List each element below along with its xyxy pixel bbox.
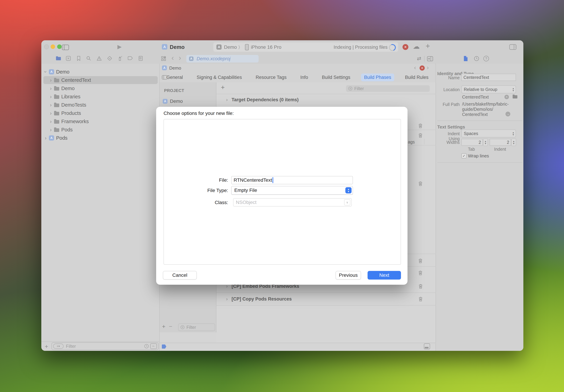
test-navigator-icon[interactable] (107, 56, 112, 61)
file-type-popup[interactable]: Empty File ▴▾ (231, 186, 353, 195)
zoom-button[interactable] (57, 44, 62, 49)
recent-files-icon[interactable] (144, 344, 149, 349)
indent-width-field[interactable]: 2 (490, 139, 511, 146)
tab-info[interactable]: Info (297, 73, 311, 81)
disclosure-icon[interactable]: › (43, 70, 49, 74)
toggle-inspector-icon[interactable] (509, 44, 517, 50)
delete-phase-icon[interactable] (418, 133, 423, 138)
sidebar-item-demotests[interactable]: › DemoTests (43, 101, 158, 109)
previous-button[interactable]: Previous (336, 271, 361, 280)
close-button[interactable] (44, 44, 49, 49)
toggle-bottom-bar-icon[interactable] (424, 343, 430, 349)
target-dependencies-row[interactable]: › Target Dependencies (0 items) (216, 94, 435, 106)
tab-width-value: 2 (479, 140, 481, 145)
issue-badge[interactable]: × (420, 65, 425, 71)
bookmark-navigator-icon[interactable] (76, 56, 81, 61)
delete-phase-icon[interactable] (418, 283, 423, 289)
disclosure-icon[interactable]: › (225, 97, 229, 102)
tab-width-field[interactable]: 2 (461, 139, 483, 146)
report-navigator-icon[interactable] (138, 56, 143, 61)
run-button[interactable]: ▶ (117, 43, 122, 50)
sidebar-item-pods-root[interactable]: › A Pods (43, 134, 158, 142)
add-build-phase-button[interactable]: + (221, 84, 225, 91)
cancel-button[interactable]: Cancel (163, 271, 197, 280)
help-inspector-icon[interactable]: ? (483, 56, 489, 61)
disclosure-icon[interactable]: › (225, 296, 229, 302)
add-editor-icon[interactable] (426, 56, 434, 61)
debug-navigator-icon[interactable] (117, 56, 123, 61)
combo-chevron-icon[interactable]: ∨ (344, 199, 350, 206)
tab-build-phases[interactable]: Build Phases (361, 73, 394, 81)
sidebar-item-libraries[interactable]: › Libraries (43, 93, 158, 101)
swap-editor-icon[interactable]: ⇄ (417, 56, 421, 61)
delete-phase-icon[interactable] (418, 258, 423, 264)
delete-phase-icon[interactable] (418, 123, 423, 128)
sidebar-item-products[interactable]: › Products (43, 109, 158, 117)
delete-phase-icon[interactable] (418, 270, 423, 276)
remove-target-button[interactable]: − (169, 323, 172, 330)
indent-using-popup[interactable]: Spaces ▴▾ (461, 129, 516, 138)
delete-phase-icon[interactable] (418, 181, 423, 186)
phases-filter-field[interactable]: Filter (346, 85, 430, 92)
disclosure-icon[interactable]: › (49, 102, 53, 108)
targets-filter-field[interactable]: Filter (178, 323, 215, 331)
project-navigator-icon[interactable] (56, 56, 61, 61)
sidebar-item-centeredtext[interactable]: › CenteredText (43, 76, 158, 84)
class-combo[interactable]: NSObject ∨ (233, 198, 352, 207)
clear-location-icon[interactable]: × (504, 95, 509, 99)
sidebar-item-demo-group[interactable]: › Demo (43, 84, 158, 92)
disclosure-icon[interactable]: › (49, 110, 53, 116)
next-button[interactable]: Next (368, 271, 401, 280)
disclosure-icon[interactable]: › (49, 77, 53, 83)
sidebar-filter-field[interactable]: ≡▾ Filter +- (52, 342, 159, 350)
name-field[interactable]: CenteredText (461, 74, 516, 81)
error-badge[interactable]: × (402, 44, 408, 50)
sidebar-item-demo-root[interactable]: › A Demo (43, 68, 158, 76)
add-target-button[interactable]: + (162, 323, 165, 330)
issue-navigator-icon[interactable] (66, 56, 71, 61)
file-inspector-icon[interactable] (463, 56, 468, 62)
toggle-navigator-icon[interactable] (62, 44, 69, 50)
sidebar-item-pods-group[interactable]: › Pods (43, 126, 158, 134)
document-tab[interactable]: A Demo.xcodeproj (186, 55, 259, 63)
sidebar-item-label: Demo (61, 86, 75, 91)
add-button[interactable]: + (426, 42, 430, 50)
back-button[interactable]: ‹ (171, 54, 174, 62)
delete-phase-icon[interactable] (418, 296, 423, 302)
tab-build-settings[interactable]: Build Settings (319, 73, 353, 81)
wrap-lines-checkbox[interactable]: ✓ (461, 153, 467, 158)
choose-folder-icon[interactable] (512, 94, 518, 99)
open-path-arrow-icon[interactable]: → (506, 112, 510, 116)
scm-status-filter-icon[interactable]: +- (150, 343, 157, 349)
scheme-selector[interactable]: A Demo 〉 iPhone 16 Pro Indexing | Proces… (213, 42, 398, 52)
disclosure-icon[interactable]: › (43, 135, 48, 141)
warning-navigator-icon[interactable] (96, 56, 102, 61)
disclosure-icon[interactable]: › (49, 127, 53, 133)
previous-issue-button[interactable]: ‹ (414, 64, 416, 71)
find-navigator-icon[interactable] (86, 56, 91, 61)
tab-width-stepper[interactable]: ▴▾ (483, 139, 488, 146)
disclosure-icon[interactable]: › (49, 94, 53, 99)
sidebar-add-button[interactable]: + (45, 343, 48, 350)
tab-resource-tags[interactable]: Resource Tags (253, 73, 290, 81)
file-name-input[interactable]: RTNCenteredText (231, 176, 353, 184)
filter-options-icon[interactable]: ≡▾ (53, 344, 64, 349)
forward-button[interactable]: › (179, 54, 181, 62)
next-issue-button[interactable]: › (427, 64, 429, 71)
tab-build-rules[interactable]: Build Rules (402, 73, 432, 81)
disclosure-icon[interactable]: › (49, 118, 53, 124)
full-path-line3: CenteredText (462, 112, 488, 117)
jumpbar-item[interactable]: Demo (169, 65, 181, 71)
tab-overview-icon[interactable] (161, 56, 166, 61)
indent-width-stepper[interactable]: ▴▾ (511, 139, 516, 146)
sidebar-item-frameworks[interactable]: › Frameworks (43, 117, 158, 125)
tab-signing-capabilities[interactable]: Signing & Capabilities (193, 73, 245, 81)
project-row[interactable]: A Demo (161, 98, 214, 105)
copy-pods-resources-row[interactable]: › [CP] Copy Pods Resources (216, 294, 435, 305)
hide-project-list-icon[interactable] (162, 75, 167, 80)
history-inspector-icon[interactable] (474, 56, 479, 61)
minimize-button[interactable] (51, 44, 55, 49)
breakpoint-navigator-icon[interactable] (127, 56, 133, 61)
disclosure-icon[interactable]: › (49, 85, 53, 91)
location-popup[interactable]: Relative to Group ▴▾ (461, 85, 516, 93)
